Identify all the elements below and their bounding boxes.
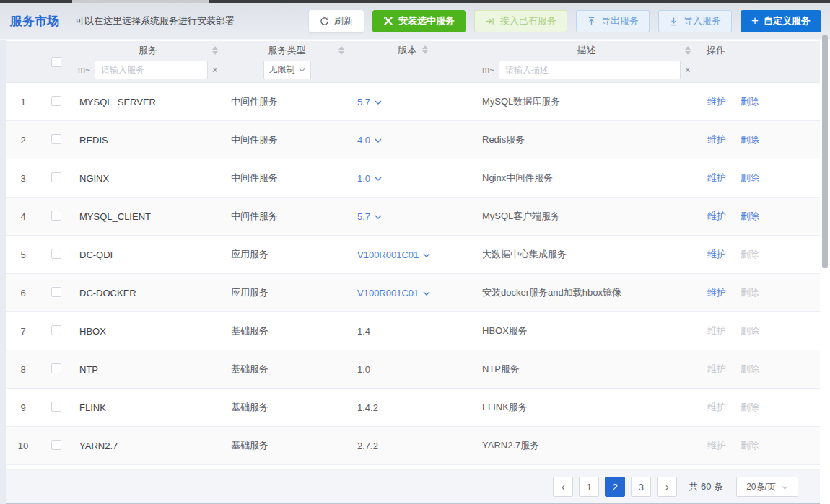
- sort-icon[interactable]: [684, 46, 691, 56]
- service-desc: 安装docker服务and加载hbox镜像: [476, 286, 696, 299]
- row-number: 8: [6, 364, 40, 375]
- service-type: 基础服务: [224, 324, 350, 337]
- service-desc: HBOX服务: [476, 324, 696, 337]
- maintain-link[interactable]: 维护: [707, 172, 726, 183]
- maintain-link[interactable]: 维护: [707, 287, 726, 298]
- page-size-select[interactable]: 20条/页: [736, 477, 798, 497]
- version-select[interactable]: 5.7: [357, 211, 382, 222]
- install-selected-button[interactable]: 安装选中服务: [372, 10, 466, 32]
- desc-filter-input[interactable]: [499, 61, 681, 79]
- sort-icon[interactable]: [421, 45, 429, 56]
- delete-link[interactable]: 删除: [741, 211, 759, 221]
- arrow-up-from-bar-icon: [587, 17, 596, 26]
- table-row: 9 FLINK 基础服务 1.4.2 FLINK服务 维护 删除: [6, 389, 820, 427]
- version-select[interactable]: 4.0: [357, 135, 382, 146]
- window-top-strip: [0, 0, 830, 3]
- content-area: 服务 m~ × 服务类型 无: [0, 40, 830, 504]
- row-checkbox[interactable]: [51, 134, 61, 144]
- delete-link: 删除: [741, 363, 759, 374]
- maintain-link: 维护: [707, 440, 726, 451]
- service-name: NGINX: [72, 173, 224, 184]
- export-services-button[interactable]: 导出服务: [576, 10, 650, 32]
- header-row-number: [6, 41, 40, 82]
- sort-icon[interactable]: [211, 46, 219, 56]
- version-select: 1.4.2: [357, 402, 378, 413]
- page-button-3[interactable]: 3: [631, 477, 651, 497]
- service-desc: FLINK服务: [476, 401, 696, 414]
- row-number: 7: [6, 326, 40, 337]
- left-gutter: [0, 40, 6, 504]
- type-filter-select[interactable]: 无限制: [263, 61, 311, 79]
- service-type: 基础服务: [224, 401, 350, 414]
- row-checkbox[interactable]: [51, 402, 61, 412]
- delete-link: 删除: [741, 325, 759, 336]
- page-button-2-active[interactable]: 2: [605, 477, 625, 497]
- header-action: 操作: [696, 41, 820, 82]
- version-column-label: 版本: [398, 44, 417, 57]
- page-header: 服务市场 可以在这里选择系统服务进行安装部署 刷新 安装选中服务 接入已有服务: [0, 3, 830, 40]
- row-checkbox[interactable]: [51, 96, 61, 106]
- maintain-link[interactable]: 维护: [707, 249, 726, 260]
- delete-link: 删除: [741, 287, 759, 298]
- delete-link: 删除: [741, 402, 759, 412]
- clear-icon[interactable]: ×: [212, 65, 218, 75]
- row-number: 3: [6, 173, 40, 184]
- access-existing-button[interactable]: 接入已有服务: [474, 10, 567, 32]
- row-checkbox[interactable]: [51, 172, 61, 182]
- service-type: 中间件服务: [224, 133, 350, 146]
- custom-service-button[interactable]: + 自定义服务: [741, 10, 821, 32]
- row-number: 10: [6, 441, 40, 451]
- maintain-link[interactable]: 维护: [707, 134, 726, 145]
- service-type: 中间件服务: [224, 210, 350, 223]
- version-select: 1.0: [357, 364, 370, 375]
- service-name: MYSQL_CLIENT: [72, 211, 224, 222]
- prev-page-button[interactable]: ‹: [553, 477, 573, 497]
- version-select[interactable]: 5.7: [357, 97, 382, 107]
- import-services-button[interactable]: 导入服务: [658, 10, 732, 32]
- row-checkbox[interactable]: [51, 440, 61, 450]
- table-row: 2 REDIS 中间件服务 4.0 Redis服务 维护 删除: [6, 121, 820, 159]
- delete-link[interactable]: 删除: [741, 134, 759, 145]
- service-name: HBOX: [72, 326, 224, 337]
- page-button-1[interactable]: 1: [579, 477, 599, 497]
- tools-icon: [383, 16, 393, 26]
- refresh-button[interactable]: 刷新: [309, 10, 364, 32]
- version-select: 2.7.2: [357, 441, 378, 451]
- service-desc: MySQL数据库服务: [476, 95, 696, 108]
- table-row: 4 MYSQL_CLIENT 中间件服务 5.7 MySQL客户端服务 维护 删…: [6, 198, 820, 236]
- table-row: 6 DC-DOCKER 应用服务 V100R001C01 安装docker服务a…: [6, 274, 820, 312]
- page-title: 服务市场: [10, 13, 59, 30]
- delete-link[interactable]: 删除: [741, 172, 759, 183]
- maintain-link[interactable]: 维护: [707, 96, 726, 107]
- clear-icon[interactable]: ×: [685, 65, 691, 75]
- delete-link[interactable]: 删除: [741, 96, 759, 107]
- chevron-down-icon: [375, 138, 382, 143]
- service-name: MYSQL_SERVER: [72, 97, 224, 107]
- maintain-link: 维护: [707, 325, 726, 336]
- select-all-checkbox[interactable]: [51, 57, 61, 67]
- vertical-scrollbar[interactable]: [822, 35, 828, 268]
- chevron-down-icon: [375, 215, 382, 219]
- service-filter-input[interactable]: [95, 61, 208, 79]
- table-row: 10 YARN2.7 基础服务 2.7.2 YARN2.7服务 维护 删除: [6, 427, 820, 465]
- version-select[interactable]: 1.0: [357, 173, 382, 184]
- service-name: REDIS: [72, 135, 224, 146]
- sort-icon[interactable]: [338, 46, 345, 56]
- service-column-label: 服务: [139, 44, 157, 57]
- table-row: 5 DC-QDI 应用服务 V100R001C01 大数据中心集成服务 维护 删…: [6, 236, 820, 274]
- row-checkbox[interactable]: [51, 249, 61, 259]
- row-checkbox[interactable]: [51, 325, 61, 335]
- next-page-button[interactable]: ›: [657, 477, 677, 497]
- service-desc: Redis服务: [476, 133, 696, 146]
- row-checkbox[interactable]: [51, 363, 61, 373]
- table-body: 1 MYSQL_SERVER 中间件服务 5.7 MySQL数据库服务 维护 删…: [6, 83, 820, 465]
- service-name: NTP: [72, 364, 224, 375]
- maintain-link[interactable]: 维护: [707, 211, 726, 221]
- row-checkbox[interactable]: [51, 287, 61, 297]
- row-checkbox[interactable]: [51, 211, 61, 221]
- version-select[interactable]: V100R001C01: [357, 249, 430, 260]
- pagination: ‹ 1 2 3 › 共 60 条 20条/页: [6, 470, 820, 503]
- service-type: 中间件服务: [224, 95, 350, 108]
- version-select[interactable]: V100R001C01: [357, 288, 430, 299]
- partial-row-sliver: [6, 465, 820, 470]
